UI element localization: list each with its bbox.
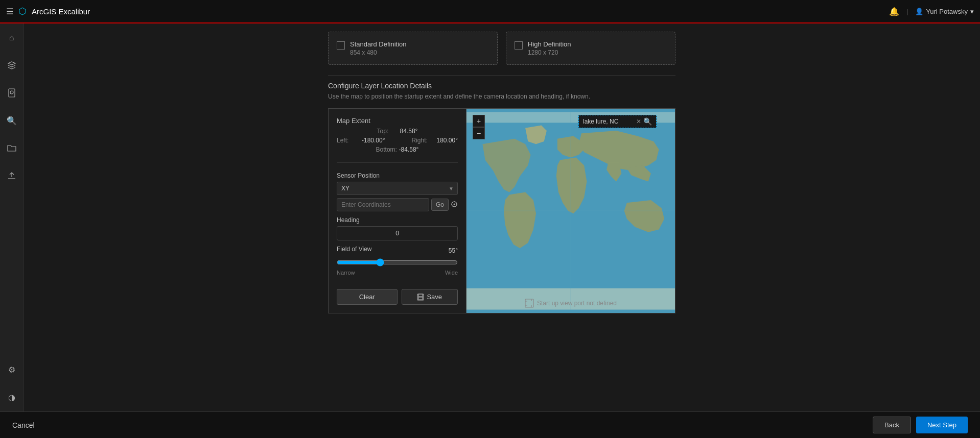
app-title: ArcGIS Excalibur <box>32 7 90 16</box>
locate-icon-button[interactable] <box>451 201 458 209</box>
svg-rect-9 <box>418 294 423 297</box>
high-definition-card[interactable]: High Definition 1280 x 720 <box>506 32 675 65</box>
user-menu[interactable]: 👤 Yuri Potawsky ▾ <box>915 8 974 15</box>
viewport-icon <box>525 299 534 308</box>
configure-map-row: Map Extent Top: 84.58° Left: -180.00° Ri <box>328 108 675 313</box>
svg-point-1 <box>10 91 13 94</box>
topbar: ☰ ⬡ ArcGIS Excalibur 🔔 | 👤 Yuri Potawsky… <box>0 0 980 23</box>
standard-definition-size: 854 x 480 <box>350 49 407 56</box>
right-label: Right: <box>411 137 434 144</box>
sidebar-item-layers[interactable] <box>3 56 21 75</box>
coordinates-input[interactable] <box>337 198 429 211</box>
configure-section-subtitle: Use the map to position the startup exte… <box>328 93 675 100</box>
fov-section: Field of View 55° Narrow Wide <box>337 246 458 276</box>
topbar-right: 🔔 | 👤 Yuri Potawsky ▾ <box>889 7 974 16</box>
map-search-bar[interactable]: ✕ 🔍 <box>578 115 657 128</box>
sensor-position-select[interactable]: XY XYZ LonLat <box>337 182 458 195</box>
top-label: Top: <box>377 128 400 135</box>
sidebar-item-upload[interactable] <box>3 166 21 185</box>
svg-rect-16 <box>525 299 533 307</box>
footer-right-buttons: Back Next Step <box>873 417 968 433</box>
sidebar-item-settings[interactable]: ⚙ <box>3 360 21 379</box>
svg-point-7 <box>454 203 455 205</box>
map-search-go-icon[interactable]: 🔍 <box>643 117 652 126</box>
heading-label: Heading <box>337 216 458 224</box>
top-value: 84.58° <box>400 128 418 135</box>
user-avatar-icon: 👤 <box>915 8 923 15</box>
resolution-cards-row: Standard Definition 854 x 480 High Defin… <box>328 32 675 65</box>
bottom-label: Bottom: <box>376 146 399 153</box>
viewport-status-label: Start up view port not defined <box>525 299 617 308</box>
sensor-position-section: Sensor Position XY XYZ LonLat ▼ Go <box>337 172 458 211</box>
hamburger-menu-icon[interactable]: ☰ <box>6 7 13 16</box>
sidebar-item-bookmark[interactable] <box>3 84 21 102</box>
map-zoom-controls: + − <box>473 115 485 139</box>
notification-bell-icon[interactable]: 🔔 <box>889 7 899 16</box>
sensor-position-label: Sensor Position <box>337 172 458 179</box>
next-step-button[interactable]: Next Step <box>916 417 968 433</box>
go-button[interactable]: Go <box>431 199 449 211</box>
app-logo-icon: ⬡ <box>18 6 27 17</box>
zoom-in-button[interactable]: + <box>473 115 485 127</box>
bottom-value: -84.58° <box>399 146 419 153</box>
left-config-panel: Map Extent Top: 84.58° Left: -180.00° Ri <box>329 109 466 313</box>
standard-definition-label: Standard Definition <box>350 40 407 48</box>
map-panel[interactable]: + − ✕ 🔍 <box>466 109 675 313</box>
user-dropdown-icon: ▾ <box>970 8 974 15</box>
sidebar-item-folder[interactable] <box>3 139 21 157</box>
sidebar-item-theme[interactable]: ◑ <box>3 388 21 406</box>
sidebar: ⌂ 🔍 ⚙ ◑ <box>0 23 24 411</box>
configure-section-title: Configure Layer Location Details <box>328 82 675 90</box>
left-label: Left: <box>337 137 360 144</box>
svg-rect-0 <box>9 89 15 97</box>
world-map-svg <box>466 109 675 313</box>
fov-wide-label: Wide <box>445 270 458 276</box>
clear-button[interactable]: Clear <box>337 289 398 305</box>
map-extent-section: Map Extent Top: 84.58° Left: -180.00° Ri <box>337 117 458 153</box>
left-value: -180.00° <box>362 137 385 144</box>
high-definition-size: 1280 x 720 <box>528 49 571 56</box>
fov-value: 55° <box>449 247 458 254</box>
main-layout: ⌂ 🔍 ⚙ ◑ <box>0 23 980 411</box>
footer: Cancel Back Next Step <box>0 411 980 438</box>
fov-narrow-label: Narrow <box>337 270 355 276</box>
fov-label: Field of View <box>337 246 371 253</box>
user-name-label: Yuri Potawsky <box>926 8 968 15</box>
save-icon <box>417 294 424 301</box>
save-button[interactable]: Save <box>402 289 458 305</box>
right-value: 180.00° <box>436 137 458 144</box>
map-container[interactable]: + − ✕ 🔍 <box>466 109 675 313</box>
zoom-out-button[interactable]: − <box>473 127 485 139</box>
high-definition-checkbox[interactable] <box>515 41 523 50</box>
map-extent-title: Map Extent <box>337 117 458 125</box>
heading-input[interactable] <box>337 226 458 240</box>
content-area: Standard Definition 854 x 480 High Defin… <box>24 23 980 411</box>
map-search-clear-icon[interactable]: ✕ <box>636 118 641 125</box>
high-definition-label: High Definition <box>528 40 571 48</box>
standard-definition-checkbox[interactable] <box>337 41 345 50</box>
sidebar-item-home[interactable]: ⌂ <box>3 29 21 47</box>
cancel-button[interactable]: Cancel <box>12 421 35 429</box>
sidebar-item-search[interactable]: 🔍 <box>3 111 21 130</box>
svg-rect-10 <box>418 297 423 300</box>
standard-definition-card[interactable]: Standard Definition 854 x 480 <box>328 32 498 65</box>
back-button[interactable]: Back <box>873 417 911 433</box>
action-buttons-row: Clear Save <box>337 281 458 305</box>
fov-slider[interactable] <box>337 258 458 266</box>
heading-section: Heading <box>337 216 458 240</box>
save-label: Save <box>427 293 442 301</box>
map-search-input[interactable] <box>583 118 634 125</box>
